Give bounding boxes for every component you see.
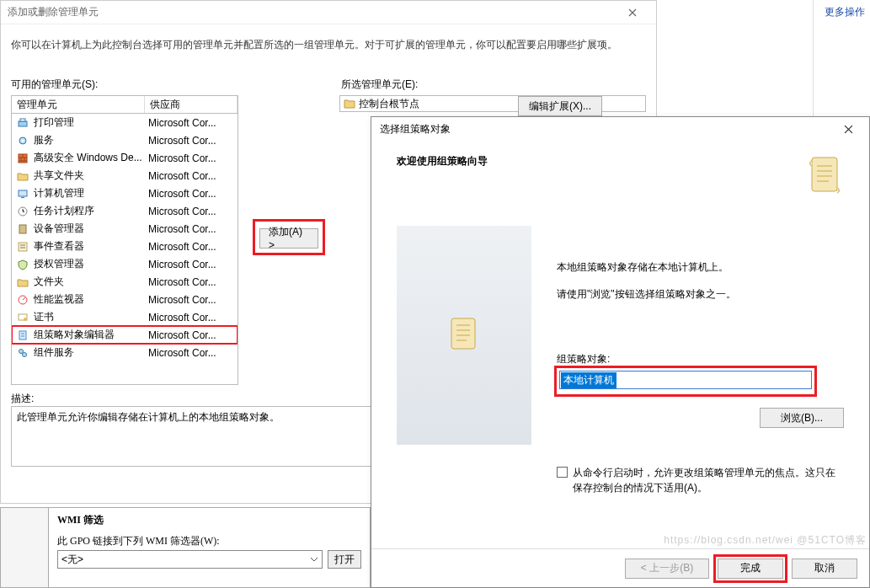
wizard-text-1: 本地组策略对象存储在本地计算机上。 xyxy=(557,259,844,275)
snapin-vendor: Microsoft Cor... xyxy=(145,347,238,359)
snapin-vendor: Microsoft Cor... xyxy=(145,223,238,235)
close-icon xyxy=(844,125,853,134)
svg-rect-9 xyxy=(19,243,27,251)
gears-icon xyxy=(15,134,30,147)
folder-icon xyxy=(15,275,30,289)
snapin-name: 打印管理 xyxy=(34,115,145,130)
snapin-row[interactable]: 事件查看器Microsoft Cor... xyxy=(12,238,238,255)
auth-icon xyxy=(15,258,30,271)
allow-focus-checkbox[interactable] xyxy=(557,467,568,478)
add-button-highlight: 添加(A) > xyxy=(255,222,323,253)
snapin-row[interactable]: 文件夹Microsoft Cor... xyxy=(12,273,238,291)
computer-icon xyxy=(15,187,30,200)
snapin-vendor: Microsoft Cor... xyxy=(145,117,238,129)
clock-icon xyxy=(15,205,30,218)
wizard-footer: < 上一步(B) 完成 取消 xyxy=(371,548,869,587)
snapin-row[interactable]: 打印管理Microsoft Cor... xyxy=(12,114,238,131)
svg-rect-6 xyxy=(21,197,24,198)
snapin-vendor: Microsoft Cor... xyxy=(145,276,238,288)
snapin-name: 设备管理器 xyxy=(34,222,145,236)
svg-rect-17 xyxy=(451,318,475,349)
snapin-row[interactable]: 服务Microsoft Cor... xyxy=(12,131,238,149)
snapin-row[interactable]: 设备管理器Microsoft Cor... xyxy=(12,220,238,238)
snapin-vendor: Microsoft Cor... xyxy=(145,135,238,147)
wmi-filter-combo[interactable]: <无> xyxy=(57,550,323,569)
checkbox-label: 从命令行启动时，允许更改组策略管理单元的焦点。这只在保存控制台的情况下适用(A)… xyxy=(573,465,844,495)
col-vendor[interactable]: 供应商 xyxy=(145,96,238,113)
gpo-field-label: 组策略对象: xyxy=(557,352,844,366)
snapin-row[interactable]: 授权管理器Microsoft Cor... xyxy=(12,255,238,273)
svg-rect-8 xyxy=(19,225,26,233)
snapin-row[interactable]: 任务计划程序Microsoft Cor... xyxy=(12,202,238,220)
wmi-label: 此 GPO 链接到下列 WMI 筛选器(W): xyxy=(57,534,361,548)
snapin-row[interactable]: 计算机管理Microsoft Cor... xyxy=(12,184,238,202)
wizard-titlebar: 选择组策略对象 xyxy=(371,117,869,141)
snapin-name: 性能监视器 xyxy=(34,292,145,307)
cancel-button[interactable]: 取消 xyxy=(792,559,857,579)
perf-icon xyxy=(15,293,30,307)
back-button: < 上一步(B) xyxy=(625,559,709,579)
browse-button[interactable]: 浏览(B)... xyxy=(760,408,844,428)
wizard-text-2: 请使用"浏览"按钮选择组策略对象之一。 xyxy=(557,286,844,302)
edit-extensions-button[interactable]: 编辑扩展(X)... xyxy=(518,96,602,116)
snapin-vendor: Microsoft Cor... xyxy=(145,329,238,341)
folder-share-icon xyxy=(15,169,30,183)
gpo-wizard-dialog: 选择组策略对象 欢迎使用组策略向导 本地组策略对象存储在本地计算机上。 请使用"… xyxy=(371,116,870,588)
scroll-icon xyxy=(447,315,481,355)
folder-icon xyxy=(344,99,355,109)
wizard-title: 选择组策略对象 xyxy=(380,122,451,136)
printer-icon xyxy=(15,116,30,130)
more-actions-link[interactable]: 更多操作 xyxy=(825,6,865,18)
gpo-object-value: 本地计算机 xyxy=(561,372,616,388)
add-button[interactable]: 添加(A) > xyxy=(259,228,318,249)
col-snapin[interactable]: 管理单元 xyxy=(12,96,145,113)
snapin-name: 组件服务 xyxy=(34,345,145,360)
wizard-welcome: 欢迎使用组策略向导 xyxy=(397,154,488,168)
wizard-close-button[interactable] xyxy=(830,119,866,139)
finish-button[interactable]: 完成 xyxy=(718,559,783,579)
dialog-title: 添加或删除管理单元 xyxy=(8,5,99,19)
component-icon xyxy=(15,346,30,360)
cert-icon xyxy=(15,311,30,324)
snapin-name: 组策略对象编辑器 xyxy=(34,328,145,342)
list-header: 管理单元 供应商 xyxy=(11,95,238,114)
svg-rect-0 xyxy=(19,121,27,126)
selected-label: 所选管理单元(E): xyxy=(331,78,428,95)
snapin-name: 服务 xyxy=(34,133,145,147)
wizard-banner xyxy=(397,226,531,445)
svg-point-15 xyxy=(23,352,27,356)
svg-point-12 xyxy=(24,318,27,321)
available-label: 可用的管理单元(S): xyxy=(11,78,238,95)
svg-point-3 xyxy=(22,139,24,142)
wmi-header: WMI 筛选 xyxy=(57,513,361,527)
snapin-vendor: Microsoft Cor... xyxy=(145,312,238,323)
snapin-row[interactable]: 证书Microsoft Cor... xyxy=(12,308,238,326)
svg-point-14 xyxy=(19,349,24,353)
snapin-vendor: Microsoft Cor... xyxy=(145,206,238,217)
snapin-row[interactable]: 组件服务Microsoft Cor... xyxy=(12,344,238,361)
event-icon xyxy=(15,240,30,254)
open-button[interactable]: 打开 xyxy=(328,550,361,569)
svg-rect-13 xyxy=(19,331,26,339)
finish-button-highlight: 完成 xyxy=(716,557,785,580)
gpo-field-highlight: 本地计算机 xyxy=(557,368,814,394)
snapin-row[interactable]: 性能监视器Microsoft Cor... xyxy=(12,291,238,308)
snapin-row[interactable]: 共享文件夹Microsoft Cor... xyxy=(12,167,238,184)
dialog-titlebar: 添加或删除管理单元 xyxy=(1,1,656,24)
snapin-name: 证书 xyxy=(34,310,145,324)
snapin-vendor: Microsoft Cor... xyxy=(145,152,238,164)
device-icon xyxy=(15,222,30,236)
gpo-object-input[interactable]: 本地计算机 xyxy=(559,371,812,389)
snapin-row[interactable]: 高级安全 Windows De...Microsoft Cor... xyxy=(12,149,238,167)
available-snapins-list[interactable]: 管理单元 供应商 打印管理Microsoft Cor...服务Microsoft… xyxy=(11,95,238,385)
close-button[interactable] xyxy=(616,3,649,22)
svg-rect-16 xyxy=(812,158,837,191)
snapin-name: 授权管理器 xyxy=(34,257,145,271)
snapin-name: 任务计划程序 xyxy=(34,204,145,218)
firewall-icon xyxy=(15,152,30,165)
snapin-row[interactable]: 组策略对象编辑器Microsoft Cor... xyxy=(12,326,238,344)
close-icon xyxy=(628,8,637,17)
snapin-name: 文件夹 xyxy=(34,275,145,289)
chevron-down-icon xyxy=(310,557,318,562)
scroll-icon xyxy=(807,154,844,200)
